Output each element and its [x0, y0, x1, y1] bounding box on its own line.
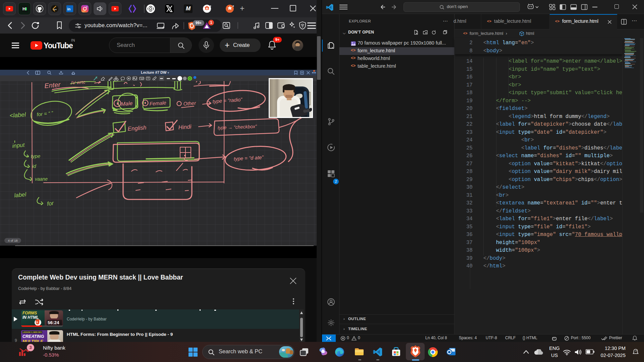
svg-text:z: z: [637, 349, 638, 351]
svg-text:for = “ ”: for = “ ”: [37, 110, 54, 117]
svg-text:input: input: [12, 142, 25, 149]
svg-text:H: H: [22, 6, 25, 11]
svg-text:id: id: [32, 163, 36, 169]
svg-text:for: for: [47, 200, 55, 207]
svg-text:Female: Female: [149, 100, 166, 107]
svg-text:type → “checkbox”: type → “checkbox”: [218, 124, 258, 130]
svg-text:<label: <label: [9, 111, 26, 119]
svg-text:type = “d ate”: type = “d ate”: [233, 154, 264, 162]
svg-text:Hindi: Hindi: [178, 123, 192, 131]
svg-text:Male: Male: [121, 100, 133, 107]
svg-text:in: in: [67, 7, 71, 11]
svg-text:English: English: [127, 124, 147, 132]
svg-text:label: label: [14, 191, 27, 199]
svg-text:type = “radio”: type = “radio”: [212, 97, 243, 104]
svg-text:vaane: vaane: [35, 176, 48, 182]
svg-text:Other: Other: [183, 100, 197, 107]
